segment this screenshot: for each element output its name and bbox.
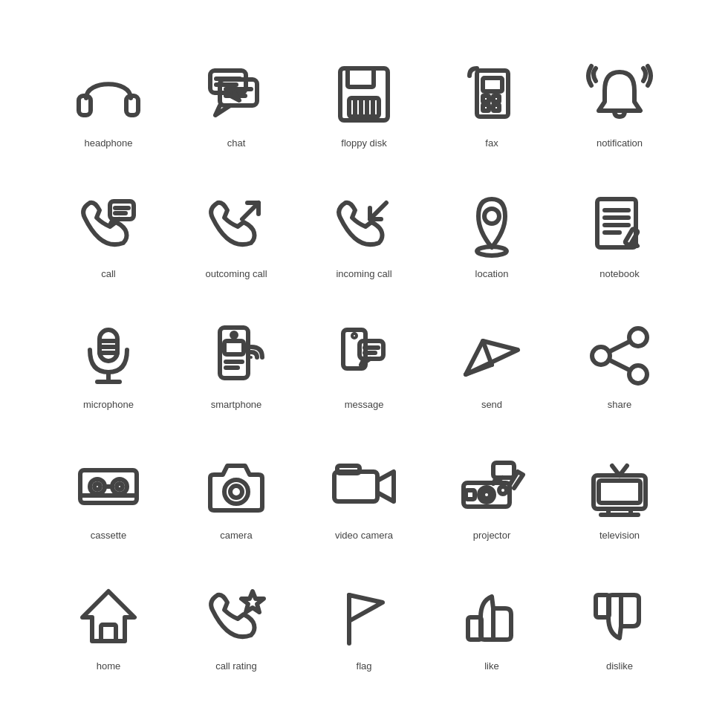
svg-point-26 (484, 209, 499, 224)
svg-rect-79 (599, 481, 640, 503)
svg-point-43 (250, 356, 253, 359)
notebook-label: notebook (599, 268, 640, 279)
cassette-label: cassette (91, 530, 126, 541)
projector-label: projector (473, 530, 511, 541)
icon-cell-floppy-disk: floppy disk (300, 37, 428, 168)
incoming-call-icon (327, 188, 401, 262)
icon-cell-call-rating: call rating (172, 560, 300, 691)
icon-cell-television: television (556, 429, 683, 560)
svg-rect-89 (596, 595, 609, 617)
call-icon (71, 188, 146, 262)
call-rating-icon (199, 580, 273, 654)
svg-rect-17 (483, 96, 489, 102)
svg-rect-18 (493, 96, 499, 102)
send-icon (455, 319, 529, 393)
message-icon (327, 319, 401, 393)
projector-icon (455, 449, 529, 524)
icon-cell-send: send (428, 299, 556, 429)
svg-line-58 (610, 360, 629, 370)
cassette-icon (71, 449, 146, 524)
notebook-icon (582, 188, 657, 262)
svg-point-56 (629, 365, 647, 383)
icon-cell-call: call (45, 168, 172, 299)
svg-rect-16 (483, 78, 502, 91)
svg-marker-83 (82, 591, 134, 641)
svg-rect-87 (468, 617, 481, 640)
svg-rect-84 (101, 625, 116, 641)
fax-icon (455, 57, 529, 131)
svg-line-57 (610, 342, 629, 351)
svg-rect-42 (224, 341, 244, 354)
icon-cell-camera: camera (172, 429, 300, 560)
notification-icon (582, 57, 657, 131)
like-icon (455, 580, 529, 654)
icon-cell-headphone: headphone (45, 37, 172, 168)
chat-icon (199, 57, 273, 131)
notification-label: notification (597, 137, 643, 149)
outgoing-call-icon (199, 188, 273, 262)
icon-cell-chat: chat (172, 37, 300, 168)
svg-point-61 (94, 484, 100, 490)
svg-rect-75 (493, 463, 514, 478)
svg-point-47 (353, 334, 356, 337)
svg-point-72 (483, 491, 490, 498)
svg-rect-20 (493, 105, 499, 111)
icon-cell-cassette: cassette (45, 429, 172, 560)
video-camera-label: video camera (335, 530, 393, 541)
svg-point-54 (629, 328, 647, 346)
svg-rect-19 (483, 105, 489, 111)
icon-cell-dislike: dislike (556, 560, 683, 691)
camera-label: camera (220, 530, 252, 541)
svg-point-73 (499, 487, 507, 494)
share-icon (582, 319, 657, 393)
svg-point-41 (232, 333, 236, 337)
headphone-label: headphone (84, 137, 132, 149)
dislike-label: dislike (606, 660, 633, 672)
like-label: like (484, 660, 499, 672)
icon-cell-smartphone: smartphone (172, 299, 300, 429)
svg-point-63 (117, 484, 123, 490)
svg-marker-68 (377, 472, 394, 501)
icon-cell-share: share (556, 299, 683, 429)
icon-cell-like: like (428, 560, 556, 691)
call-rating-label: call rating (215, 660, 257, 672)
svg-point-65 (224, 480, 248, 504)
icon-cell-notebook: notebook (556, 168, 683, 299)
icon-cell-home: home (45, 560, 172, 691)
headphone-icon (71, 57, 146, 131)
icon-cell-message: message (300, 299, 428, 429)
floppy-disk-label: floppy disk (341, 137, 386, 149)
svg-point-27 (477, 247, 507, 256)
dislike-icon (582, 580, 657, 654)
call-label: call (101, 268, 116, 279)
home-label: home (97, 660, 121, 672)
icon-cell-video-camera: video camera (300, 429, 428, 560)
location-label: location (475, 268, 509, 279)
location-icon (455, 188, 529, 262)
incoming-call-label: incoming call (336, 268, 391, 279)
camera-icon (199, 449, 273, 524)
icon-cell-notification: notification (556, 37, 683, 168)
fax-label: fax (485, 137, 498, 149)
send-label: send (481, 399, 502, 410)
television-label: television (599, 530, 640, 541)
svg-marker-85 (241, 591, 264, 612)
icon-cell-fax: fax (428, 37, 556, 168)
svg-rect-67 (334, 472, 377, 501)
svg-point-66 (230, 486, 242, 498)
icon-cell-outgoing-call: outcoming call (172, 168, 300, 299)
television-icon (582, 449, 657, 524)
message-label: message (345, 399, 384, 410)
icon-cell-incoming-call: incoming call (300, 168, 428, 299)
svg-line-25 (370, 203, 386, 219)
microphone-icon (71, 319, 146, 393)
icon-grid: headphone chat floppy disk (30, 22, 698, 706)
svg-line-24 (242, 203, 259, 219)
outgoing-call-label: outcoming call (205, 268, 267, 279)
chat-label: chat (227, 137, 246, 149)
svg-rect-74 (466, 490, 475, 499)
flag-label: flag (357, 660, 372, 672)
icon-cell-location: location (428, 168, 556, 299)
flag-icon (327, 580, 401, 654)
smartphone-icon (199, 319, 273, 393)
